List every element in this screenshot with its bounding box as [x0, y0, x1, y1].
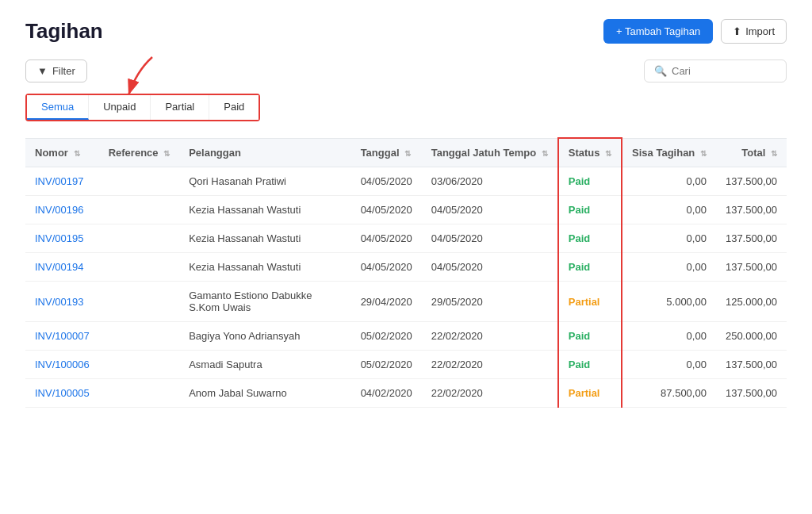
- cell-nomor[interactable]: INV/00194: [25, 253, 99, 282]
- status-badge: Paid: [569, 175, 590, 187]
- cell-reference: [99, 253, 179, 282]
- cell-sisa-tagihan: 0,00: [622, 322, 716, 351]
- cell-jatuh-tempo: 22/02/2020: [422, 322, 558, 351]
- invoice-link[interactable]: INV/00196: [35, 204, 83, 216]
- invoice-link[interactable]: INV/100006: [35, 359, 90, 370]
- cell-reference: [99, 224, 179, 253]
- cell-total: 137.500,00: [716, 167, 787, 196]
- cell-tanggal: 04/05/2020: [351, 224, 422, 253]
- cell-pelanggan: Kezia Hassanah Wastuti: [179, 224, 350, 253]
- cell-sisa-tagihan: 0,00: [622, 196, 716, 224]
- cell-pelanggan: Kezia Hassanah Wastuti: [179, 196, 350, 224]
- cell-nomor[interactable]: INV/100005: [25, 379, 99, 408]
- cell-nomor[interactable]: INV/00193: [25, 282, 99, 322]
- col-total: Total ⇅: [716, 138, 787, 167]
- cell-tanggal: 04/05/2020: [351, 196, 422, 224]
- col-tanggal-jatuh-tempo: Tanggal Jatuh Tempo ⇅: [422, 138, 558, 167]
- tab-semua[interactable]: Semua: [27, 95, 89, 120]
- cell-sisa-tagihan: 0,00: [622, 167, 716, 196]
- sort-icon-sisa: ⇅: [700, 149, 707, 158]
- status-badge: Paid: [569, 359, 590, 370]
- col-status: Status ⇅: [558, 138, 622, 167]
- cell-jatuh-tempo: 04/05/2020: [422, 224, 558, 253]
- sort-icon-tanggal: ⇅: [404, 149, 411, 158]
- tab-unpaid[interactable]: Unpaid: [89, 95, 151, 120]
- cell-tanggal: 05/02/2020: [351, 351, 422, 379]
- page-title: Tagihan: [25, 19, 103, 44]
- cell-total: 137.500,00: [716, 196, 787, 224]
- invoices-table: Nomor ⇅ Reference ⇅ Pelanggan Tanggal ⇅ …: [25, 137, 787, 408]
- status-badge: Paid: [569, 204, 590, 216]
- filter-icon: ▼: [37, 65, 48, 77]
- col-pelanggan: Pelanggan: [179, 138, 350, 167]
- cell-reference: [99, 322, 179, 351]
- invoice-link[interactable]: INV/00195: [35, 232, 83, 244]
- cell-sisa-tagihan: 5.000,00: [622, 282, 716, 322]
- cell-pelanggan: Anom Jabal Suwarno: [179, 379, 350, 408]
- cell-status: Paid: [558, 167, 622, 196]
- status-badge: Paid: [569, 261, 590, 273]
- cell-total: 137.500,00: [716, 224, 787, 253]
- cell-tanggal: 05/02/2020: [351, 322, 422, 351]
- cell-nomor[interactable]: INV/100006: [25, 351, 99, 379]
- header-actions: + Tambah Tagihan ⬆ Import: [603, 19, 787, 44]
- cell-pelanggan: Qori Hasanah Pratiwi: [179, 167, 350, 196]
- cell-nomor[interactable]: INV/00196: [25, 196, 99, 224]
- col-sisa-tagihan: Sisa Tagihan ⇅: [622, 138, 716, 167]
- header: Tagihan + Tambah Tagihan ⬆ Import: [25, 19, 787, 44]
- cell-reference: [99, 282, 179, 322]
- sort-icon-tempo: ⇅: [542, 149, 548, 158]
- cell-reference: [99, 379, 179, 408]
- cell-status: Paid: [558, 196, 622, 224]
- page: Tagihan + Tambah Tagihan ⬆ Import ▼ Filt…: [0, 0, 812, 514]
- cell-reference: [99, 196, 179, 224]
- tab-paid[interactable]: Paid: [209, 95, 259, 120]
- status-badge: Paid: [569, 330, 590, 342]
- cell-total: 137.500,00: [716, 379, 787, 408]
- table-header-row: Nomor ⇅ Reference ⇅ Pelanggan Tanggal ⇅ …: [25, 138, 787, 167]
- sort-icon-status: ⇅: [605, 149, 611, 158]
- search-input[interactable]: [672, 65, 783, 77]
- table-row: INV/00197 Qori Hasanah Pratiwi 04/05/202…: [25, 167, 787, 196]
- import-button[interactable]: ⬆ Import: [721, 19, 787, 44]
- status-badge: Partial: [569, 387, 600, 399]
- cell-status: Paid: [558, 253, 622, 282]
- cell-sisa-tagihan: 87.500,00: [622, 379, 716, 408]
- table-row: INV/100007 Bagiya Yono Adriansyah 05/02/…: [25, 322, 787, 351]
- search-box: 🔍: [644, 59, 787, 82]
- table-row: INV/00194 Kezia Hassanah Wastuti 04/05/2…: [25, 253, 787, 282]
- cell-tanggal: 04/05/2020: [351, 253, 422, 282]
- cell-nomor[interactable]: INV/100007: [25, 322, 99, 351]
- cell-pelanggan: Asmadi Saputra: [179, 351, 350, 379]
- status-badge: Paid: [569, 232, 590, 244]
- invoice-link[interactable]: INV/100005: [35, 387, 90, 399]
- table-row: INV/00196 Kezia Hassanah Wastuti 04/05/2…: [25, 196, 787, 224]
- cell-sisa-tagihan: 0,00: [622, 253, 716, 282]
- invoice-link[interactable]: INV/00194: [35, 261, 83, 273]
- sort-icon-total: ⇅: [771, 149, 777, 158]
- sort-icon-reference: ⇅: [163, 149, 170, 158]
- search-icon: 🔍: [654, 65, 667, 77]
- table-row: INV/00195 Kezia Hassanah Wastuti 04/05/2…: [25, 224, 787, 253]
- cell-total: 137.500,00: [716, 253, 787, 282]
- filter-button[interactable]: ▼ Filter: [25, 59, 87, 82]
- table-row: INV/100005 Anom Jabal Suwarno 04/02/2020…: [25, 379, 787, 408]
- cell-pelanggan: Bagiya Yono Adriansyah: [179, 322, 350, 351]
- cell-nomor[interactable]: INV/00197: [25, 167, 99, 196]
- invoice-link[interactable]: INV/100007: [35, 330, 90, 342]
- cell-total: 137.500,00: [716, 351, 787, 379]
- tab-partial[interactable]: Partial: [151, 95, 209, 120]
- col-reference: Reference ⇅: [99, 138, 179, 167]
- cell-total: 250.000,00: [716, 322, 787, 351]
- add-tagihan-button[interactable]: + Tambah Tagihan: [603, 19, 713, 44]
- cell-reference: [99, 167, 179, 196]
- cell-status: Partial: [558, 379, 622, 408]
- cell-status: Partial: [558, 282, 622, 322]
- cell-nomor[interactable]: INV/00195: [25, 224, 99, 253]
- invoice-link[interactable]: INV/00193: [35, 296, 83, 308]
- invoice-link[interactable]: INV/00197: [35, 175, 83, 187]
- cell-jatuh-tempo: 04/05/2020: [422, 196, 558, 224]
- cell-jatuh-tempo: 22/02/2020: [422, 379, 558, 408]
- cell-jatuh-tempo: 29/05/2020: [422, 282, 558, 322]
- sort-icon-nomor: ⇅: [74, 149, 80, 158]
